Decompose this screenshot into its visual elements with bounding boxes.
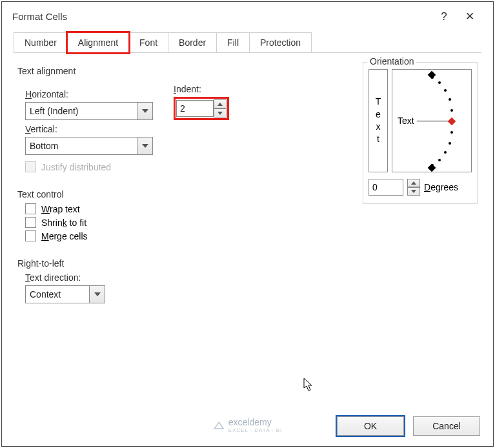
horizontal-select[interactable]: Left (Indent) xyxy=(25,102,153,120)
text-control-label: Text control xyxy=(17,189,341,199)
tab-strip: Number Alignment Font Border Fill Protec… xyxy=(2,32,493,53)
justify-label: Justify distributed xyxy=(41,162,111,172)
degrees-up-button[interactable] xyxy=(407,179,420,187)
text-alignment-label: Text alignment xyxy=(17,66,341,76)
dialog-title: Format Cells xyxy=(12,11,431,22)
rtl-group: Right-to-left Text direction: Context xyxy=(17,254,349,314)
tab-alignment[interactable]: Alignment xyxy=(67,32,129,53)
indent-down-button[interactable] xyxy=(214,108,227,117)
rtl-label: Right-to-left xyxy=(17,258,341,269)
vertical-label: Vertical: xyxy=(25,124,349,134)
watermark-icon xyxy=(213,420,225,431)
tab-line xyxy=(311,32,481,53)
horizontal-label: Horizontal: xyxy=(25,89,153,99)
text-direction-value[interactable]: Context xyxy=(25,285,90,303)
indent-up-button[interactable] xyxy=(214,99,227,108)
orientation-label: Orientation xyxy=(367,56,416,66)
justify-checkbox: Justify distributed xyxy=(25,161,349,172)
close-button[interactable]: ✕ xyxy=(457,10,483,23)
triangle-down-icon xyxy=(217,112,223,115)
watermark: exceldemy EXCEL · DATA · BI xyxy=(213,417,283,433)
text-direction-label: Text direction: xyxy=(25,272,349,283)
text-alignment-group: Text alignment Horizontal: Left (Indent)… xyxy=(17,62,349,185)
help-button[interactable]: ? xyxy=(431,10,457,23)
merge-checkbox-box[interactable] xyxy=(25,230,36,241)
chevron-down-icon xyxy=(142,144,148,148)
degrees-value[interactable]: 0 xyxy=(369,179,403,196)
indent-spinner[interactable]: 2 xyxy=(174,97,229,120)
text-control-group: Text control Wrap text Shrink to fit Mer… xyxy=(17,185,349,254)
vertical-select[interactable]: Bottom xyxy=(25,137,349,155)
horizontal-dropdown-button[interactable] xyxy=(137,102,153,120)
vertical-dropdown-button[interactable] xyxy=(137,137,153,155)
tab-fill[interactable]: Fill xyxy=(216,32,250,53)
wrap-checkbox[interactable]: Wrap text xyxy=(25,203,349,214)
format-cells-dialog: Format Cells ? ✕ Number Alignment Font B… xyxy=(1,1,494,447)
orientation-vertical-preview[interactable]: T e x t xyxy=(369,69,388,172)
vertical-value[interactable]: Bottom xyxy=(25,137,137,155)
text-direction-select[interactable]: Context xyxy=(25,285,349,303)
dial-handle[interactable] xyxy=(448,117,456,126)
orientation-text-label: Text xyxy=(398,116,414,126)
shrink-checkbox[interactable]: Shrink to fit xyxy=(25,217,349,228)
titlebar: Format Cells ? ✕ xyxy=(2,2,493,32)
indent-label: Indent: xyxy=(174,84,229,94)
triangle-down-icon xyxy=(411,190,416,193)
orientation-indicator xyxy=(417,121,449,121)
orientation-dial[interactable]: Text xyxy=(392,69,472,172)
merge-checkbox[interactable]: Merge cells xyxy=(25,230,349,241)
ok-button[interactable]: OK xyxy=(337,416,404,436)
shrink-checkbox-box[interactable] xyxy=(25,217,36,228)
wrap-checkbox-box[interactable] xyxy=(25,203,36,214)
tab-font[interactable]: Font xyxy=(128,32,168,53)
justify-checkbox-box xyxy=(25,161,36,172)
tab-protection[interactable]: Protection xyxy=(249,32,312,53)
horizontal-value[interactable]: Left (Indent) xyxy=(25,102,137,120)
tab-border[interactable]: Border xyxy=(168,32,217,53)
degrees-down-button[interactable] xyxy=(407,187,420,196)
triangle-up-icon xyxy=(411,181,416,185)
orientation-group: Orientation T e x t Text xyxy=(363,62,478,204)
svg-marker-0 xyxy=(214,422,223,429)
merge-label: Merge cells xyxy=(41,231,88,241)
degrees-label: Degrees xyxy=(424,182,458,192)
tab-number[interactable]: Number xyxy=(14,32,68,53)
shrink-label: Shrink to fit xyxy=(41,218,86,228)
indent-value[interactable]: 2 xyxy=(176,100,214,117)
chevron-down-icon xyxy=(94,292,101,296)
wrap-label: Wrap text xyxy=(41,204,80,214)
text-direction-dropdown-button[interactable] xyxy=(90,285,105,303)
cancel-button[interactable]: Cancel xyxy=(413,416,480,436)
chevron-down-icon xyxy=(142,109,148,113)
triangle-up-icon xyxy=(217,103,223,106)
